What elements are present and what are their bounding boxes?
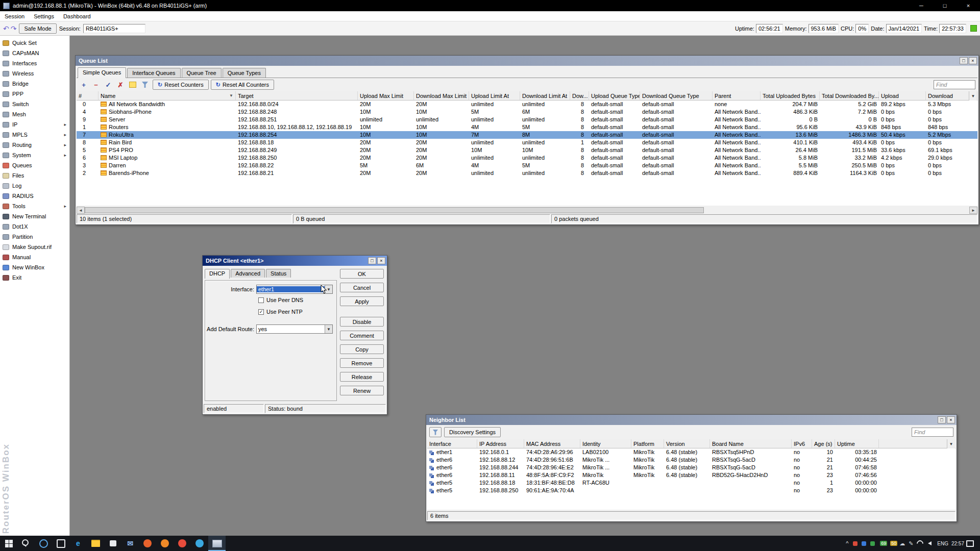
anydesk-icon[interactable] [852, 536, 861, 551]
reset-counters-button[interactable]: ↻ Reset Counters [153, 80, 209, 90]
sidebar-item[interactable]: Mesh [0, 109, 69, 119]
dhcp-action-button[interactable]: Apply [340, 296, 384, 306]
interface-select[interactable]: ether1 ▼ [256, 285, 333, 294]
enable-icon[interactable]: ✓ [103, 80, 113, 90]
dhcp-action-button[interactable]: Renew [340, 386, 384, 395]
teamviewer-icon[interactable] [861, 536, 869, 551]
skype-icon[interactable] [191, 536, 208, 551]
column-header[interactable]: Version [664, 439, 710, 448]
onedrive-icon[interactable]: ☁ [898, 536, 907, 551]
brave-icon[interactable] [139, 536, 156, 551]
dhcp-tab[interactable]: Advanced [231, 269, 265, 278]
sidebar-item[interactable]: New WinBox [0, 262, 69, 272]
sidebar-item[interactable]: Tools ▸ [0, 201, 69, 211]
dhcp-tab[interactable]: DHCP [205, 269, 230, 279]
edge-icon[interactable]: e [69, 536, 87, 551]
cortana-button[interactable] [35, 536, 52, 551]
queue-row[interactable]: 9 Server 192.168.88.251 unlimited unlimi… [77, 116, 977, 123]
column-header[interactable]: Name▼ [99, 91, 236, 100]
sidebar-item[interactable]: Wireless [0, 68, 69, 79]
column-header[interactable]: Total Downloaded By... [820, 91, 879, 100]
queue-row[interactable]: 4 Siobhans-iPhone 192.168.88.248 10M 10M… [77, 108, 977, 116]
sidebar-item[interactable]: CAPsMAN [0, 48, 69, 58]
neighbor-titlebar[interactable]: Neighbor List □ × [426, 415, 957, 425]
add-default-route-select[interactable]: yes ▼ [256, 324, 333, 334]
queue-row[interactable]: 2 Barends-iPhone 192.168.88.21 20M 20M u… [77, 169, 977, 177]
sidebar-item[interactable]: Interfaces [0, 58, 69, 68]
filter-icon[interactable] [140, 80, 150, 90]
dropdown-arrow-icon[interactable]: ▼ [325, 325, 332, 333]
dhcp-tab[interactable]: Status [266, 269, 291, 278]
sidebar-item[interactable]: Queues [0, 160, 69, 170]
neighbor-find-input[interactable] [912, 428, 953, 437]
sidebar-item[interactable]: Partition [0, 232, 69, 242]
column-header[interactable]: Total Uploaded Bytes [761, 91, 820, 100]
queue-tab[interactable]: Interface Queues [127, 68, 180, 78]
reset-counters-button[interactable]: ↻ Reset All Counters [211, 80, 274, 90]
menu-item[interactable]: Settings [29, 11, 59, 21]
column-header[interactable]: Platform [631, 439, 664, 448]
neighbor-row[interactable]: ether6 192.168.88.12 74:4D:28:96:51:6B M… [427, 456, 955, 464]
minimize-button[interactable]: ─ [910, 0, 933, 11]
neighbor-row[interactable]: ether5 192.168.88.250 90:61:AE:9A:70:4A … [427, 487, 955, 494]
dhcp-action-button[interactable]: Release [340, 372, 384, 382]
close-button[interactable]: × [957, 0, 980, 11]
neighbor-close-button[interactable]: × [947, 416, 955, 423]
network-icon[interactable] [916, 536, 926, 551]
redo-icon[interactable]: ↷ [11, 24, 17, 33]
neighbor-row[interactable]: ether5 192.168.88.18 18:31:BF:48:BE:D8 R… [427, 479, 955, 487]
checkbox-checked-icon[interactable] [258, 309, 264, 315]
queue-close-button[interactable]: × [969, 57, 977, 64]
dhcp-maximize-button[interactable]: □ [368, 257, 376, 264]
column-header[interactable]: Dow... [570, 91, 589, 100]
sidebar-item[interactable]: Quick Set [0, 38, 69, 48]
queue-tab[interactable]: Queue Tree [182, 68, 222, 78]
sidebar-item[interactable]: Make Supout.rif [0, 242, 69, 252]
column-header[interactable]: Parent [713, 91, 761, 100]
queue-row[interactable]: 7 RokuUltra 192.168.88.254 10M 10M 7M 8M… [77, 131, 977, 139]
add-icon[interactable]: + [79, 80, 89, 90]
column-header[interactable]: Uptime [835, 439, 879, 448]
queue-row[interactable]: 6 MSI Laptop 192.168.88.250 20M 20M unli… [77, 154, 977, 162]
sidebar-item[interactable]: PPP [0, 89, 69, 99]
dropdown-arrow-icon[interactable]: ▼ [325, 285, 332, 293]
use-peer-dns-checkbox[interactable]: Use Peer DNS [258, 297, 303, 303]
tray-app-icon[interactable] [869, 536, 878, 551]
use-peer-ntp-checkbox[interactable]: Use Peer NTP [258, 309, 303, 315]
disable-icon[interactable]: ✗ [115, 80, 126, 90]
sidebar-item[interactable]: System ▸ [0, 150, 69, 160]
neighbor-row[interactable]: ether1 192.168.0.1 74:4D:28:A6:29:96 LAB… [427, 448, 955, 456]
safe-mode-button[interactable]: Safe Mode [19, 23, 56, 34]
store-icon[interactable] [104, 536, 121, 551]
column-header[interactable]: Upload Max Limit [358, 91, 414, 100]
neighbor-row[interactable]: ether6 192.168.88.244 74:4D:28:96:4E:E2 … [427, 464, 955, 471]
firefox-icon[interactable] [156, 536, 174, 551]
column-header[interactable]: Age (s) [812, 439, 835, 448]
comment-icon[interactable] [128, 80, 138, 90]
temp-badge-yellow[interactable]: 50 [888, 536, 898, 551]
dhcp-action-button[interactable]: Remove [340, 358, 384, 368]
column-header[interactable]: Download Max Limit [414, 91, 469, 100]
column-header[interactable]: Upload Queue Type [589, 91, 640, 100]
sidebar-item[interactable]: Files [0, 170, 69, 181]
language-indicator[interactable]: ENG [935, 536, 949, 551]
column-header[interactable]: IPv6 [792, 439, 812, 448]
undo-icon[interactable]: ↶ [3, 24, 9, 33]
start-button[interactable] [0, 536, 17, 551]
volume-icon[interactable] [926, 536, 935, 551]
mail-icon[interactable]: ✉ [121, 536, 139, 551]
column-header[interactable]: Board Name [710, 439, 792, 448]
queue-find-input[interactable] [934, 80, 975, 89]
queue-row[interactable]: 8 Rain Bird 192.168.88.18 20M 20M unlimi… [77, 139, 977, 146]
session-input[interactable] [83, 24, 145, 33]
column-header[interactable]: Identity [580, 439, 631, 448]
menu-item[interactable]: Dashboard [59, 11, 95, 21]
sidebar-item[interactable]: Dot1X [0, 221, 69, 232]
sidebar-item[interactable]: Routing ▸ [0, 140, 69, 150]
column-header[interactable]: # [77, 91, 99, 100]
column-header[interactable]: Target [236, 91, 358, 100]
column-header[interactable]: IP Address [477, 439, 524, 448]
column-header[interactable]: MAC Address [524, 439, 580, 448]
sidebar-item[interactable]: Bridge [0, 79, 69, 89]
queue-maximize-button[interactable]: □ [960, 57, 968, 64]
